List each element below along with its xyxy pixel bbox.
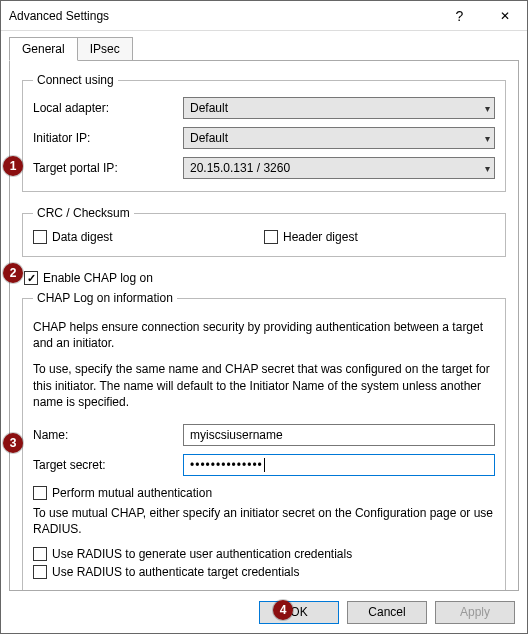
target-portal-ip-select[interactable]: 20.15.0.131 / 3260 ▾ [183,157,495,179]
help-button[interactable]: ? [437,1,482,30]
chap-desc1: CHAP helps ensure connection security by… [33,319,495,351]
callout-1: 1 [3,156,23,176]
header-digest-label: Header digest [283,230,358,244]
close-icon: ✕ [500,9,510,23]
cancel-button[interactable]: Cancel [347,601,427,624]
tab-ipsec-label: IPsec [90,42,120,56]
callout-4: 4 [273,600,293,620]
ok-label: OK [290,605,307,619]
data-digest-checkbox[interactable]: Data digest [33,230,264,244]
radius-authenticate-checkbox[interactable]: Use RADIUS to authenticate target creden… [33,565,299,579]
callout-3: 3 [3,433,23,453]
tab-strip: General IPsec [1,31,527,60]
cancel-label: Cancel [368,605,405,619]
radius-generate-label: Use RADIUS to generate user authenticati… [52,547,352,561]
chevron-down-icon: ▾ [485,103,490,114]
connect-using-group: Connect using Local adapter: Default ▾ I… [22,73,506,192]
chap-name-input[interactable]: myiscsiusername [183,424,495,446]
target-secret-label: Target secret: [33,458,183,472]
tab-ipsec[interactable]: IPsec [77,37,133,60]
mutual-auth-label: Perform mutual authentication [52,486,212,500]
target-portal-ip-value: 20.15.0.131 / 3260 [190,161,290,175]
mutual-auth-checkbox[interactable]: Perform mutual authentication [33,486,212,500]
local-adapter-value: Default [190,101,228,115]
callout-2: 2 [3,263,23,283]
advanced-settings-dialog: Advanced Settings ? ✕ General IPsec Conn… [0,0,528,634]
target-secret-input[interactable]: •••••••••••••• [183,454,495,476]
close-button[interactable]: ✕ [482,1,527,30]
checkbox-icon [33,230,47,244]
chap-name-label: Name: [33,428,183,442]
chevron-down-icon: ▾ [485,133,490,144]
titlebar: Advanced Settings ? ✕ [1,1,527,31]
checkbox-icon [264,230,278,244]
initiator-ip-value: Default [190,131,228,145]
local-adapter-select[interactable]: Default ▾ [183,97,495,119]
local-adapter-label: Local adapter: [33,101,183,115]
crc-group: CRC / Checksum Data digest Header digest [22,206,506,257]
ok-button[interactable]: OK [259,601,339,624]
chap-desc2: To use, specify the same name and CHAP s… [33,361,495,410]
general-panel: Connect using Local adapter: Default ▾ I… [9,60,519,591]
enable-chap-checkbox[interactable]: Enable CHAP log on [24,271,506,285]
initiator-ip-select[interactable]: Default ▾ [183,127,495,149]
checkbox-icon [33,547,47,561]
chap-name-value: myiscsiusername [190,428,283,442]
initiator-ip-label: Initiator IP: [33,131,183,145]
chevron-down-icon: ▾ [485,163,490,174]
checkbox-icon [33,486,47,500]
apply-label: Apply [460,605,490,619]
window-title: Advanced Settings [9,9,437,23]
text-caret [264,458,265,472]
apply-button[interactable]: Apply [435,601,515,624]
target-secret-value: •••••••••••••• [190,458,263,472]
enable-chap-label: Enable CHAP log on [43,271,153,285]
crc-legend: CRC / Checksum [33,206,134,220]
tab-general[interactable]: General [9,37,78,61]
mutual-auth-desc: To use mutual CHAP, either specify an in… [33,505,495,537]
radius-generate-checkbox[interactable]: Use RADIUS to generate user authenticati… [33,547,352,561]
data-digest-label: Data digest [52,230,113,244]
tab-general-label: General [22,42,65,56]
connect-using-legend: Connect using [33,73,118,87]
chap-info-legend: CHAP Log on information [33,291,177,305]
checkbox-icon [24,271,38,285]
checkbox-icon [33,565,47,579]
chap-info-group: CHAP Log on information CHAP helps ensur… [22,291,506,591]
radius-authenticate-label: Use RADIUS to authenticate target creden… [52,565,299,579]
target-portal-ip-label: Target portal IP: [33,161,183,175]
dialog-button-bar: OK Cancel Apply [1,591,527,633]
header-digest-checkbox[interactable]: Header digest [264,230,495,244]
